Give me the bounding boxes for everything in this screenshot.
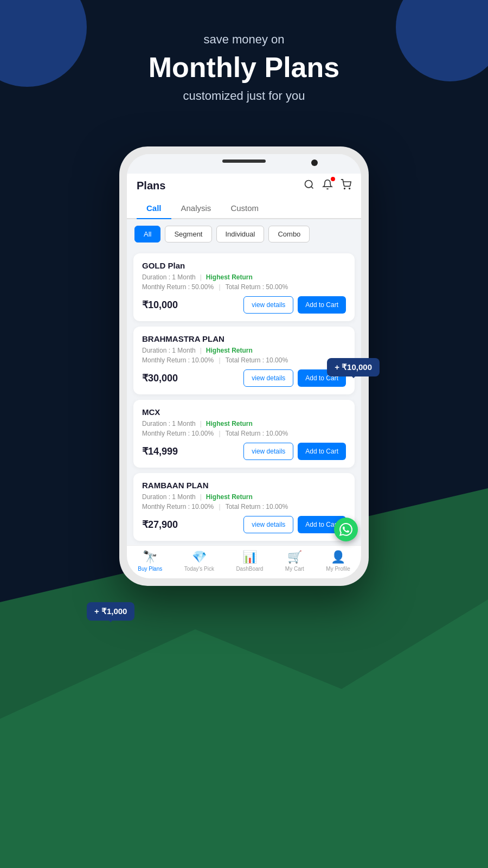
phone-mockup: + ₹10,000 + ₹1,000 Plans [119, 146, 369, 586]
nav-buy-plans[interactable]: 🔭 Buy Plans [138, 550, 162, 572]
plan-price-gold: ₹10,000 [142, 299, 178, 311]
plan-name-brahmastra: BRAHMASTRA PLAN [142, 334, 346, 343]
svg-point-0 [305, 181, 312, 188]
my-cart-icon: 🛒 [287, 550, 302, 564]
tab-custom[interactable]: Custom [221, 198, 268, 219]
plan-duration-gold: Duration : 1 Month [142, 273, 196, 281]
filter-all[interactable]: All [134, 226, 160, 242]
svg-line-1 [311, 187, 313, 189]
dashboard-label: DashBoard [236, 566, 263, 572]
buy-plans-label: Buy Plans [138, 566, 162, 572]
header-section: save money on Monthly Plans customized j… [0, 33, 488, 103]
header-description: customized just for you [0, 89, 488, 103]
tooltip-right: + ₹10,000 [327, 358, 380, 376]
plan-price-brahmastra: ₹30,000 [142, 372, 178, 384]
plan-badge-gold: Highest Return [206, 273, 253, 281]
plan-meta-mcx: Duration : 1 Month | Highest Return [142, 420, 346, 427]
plan-duration-rambaan: Duration : 1 Month [142, 493, 196, 501]
header-icons [304, 179, 351, 193]
plan-bottom-rambaan: ₹27,900 view details Add to Cart [142, 516, 346, 533]
notification-badge [331, 177, 335, 181]
header-title: Monthly Plans [0, 51, 488, 84]
dashboard-icon: 📊 [242, 550, 257, 564]
my-cart-label: My Cart [285, 566, 304, 572]
plan-meta-brahmastra: Duration : 1 Month | Highest Return [142, 347, 346, 354]
whatsapp-fab[interactable] [334, 518, 358, 541]
svg-point-3 [349, 188, 350, 189]
nav-dashboard[interactable]: 📊 DashBoard [236, 550, 263, 572]
nav-my-cart[interactable]: 🛒 My Cart [285, 550, 304, 572]
search-button[interactable] [304, 179, 314, 193]
tabs-row: Call Analysis Custom [127, 198, 361, 219]
cart-button[interactable] [341, 179, 351, 193]
phone-camera [311, 159, 318, 166]
my-profile-icon: 👤 [331, 550, 345, 564]
tooltip-left: + ₹1,000 [87, 602, 134, 621]
plan-badge-mcx: Highest Return [206, 420, 253, 427]
phone-pill [222, 159, 266, 163]
plan-meta-gold: Duration : 1 Month | Highest Return [142, 273, 346, 281]
plan-actions-mcx: view details Add to Cart [243, 443, 346, 460]
plan-name-gold: GOLD Plan [142, 261, 346, 270]
plan-card-rambaan: RAMBAAN PLAN Duration : 1 Month | Highes… [133, 473, 355, 541]
plan-price-rambaan: ₹27,900 [142, 519, 178, 531]
plan-returns-gold: Monthly Return : 50.00% | Total Return :… [142, 283, 346, 291]
plans-list: GOLD Plan Duration : 1 Month | Highest R… [127, 249, 361, 545]
notification-button[interactable] [322, 179, 333, 193]
header-subtitle: save money on [0, 33, 488, 47]
app-title: Plans [137, 180, 165, 192]
plan-card-mcx: MCX Duration : 1 Month | Highest Return … [133, 400, 355, 468]
tab-call[interactable]: Call [137, 198, 171, 219]
add-to-cart-gold[interactable]: Add to Cart [298, 296, 346, 314]
view-details-gold[interactable]: view details [243, 296, 293, 314]
plan-duration-mcx: Duration : 1 Month [142, 420, 196, 427]
plan-actions-rambaan: view details Add to Cart [243, 516, 346, 533]
plan-badge-rambaan: Highest Return [206, 493, 253, 501]
svg-point-2 [344, 188, 345, 189]
view-details-mcx[interactable]: view details [243, 443, 293, 460]
add-to-cart-mcx[interactable]: Add to Cart [298, 443, 346, 460]
filter-combo[interactable]: Combo [268, 226, 310, 242]
app-header: Plans [127, 174, 361, 198]
plan-name-mcx: MCX [142, 407, 346, 417]
plan-card-gold: GOLD Plan Duration : 1 Month | Highest R… [133, 253, 355, 321]
plan-actions-gold: view details Add to Cart [243, 296, 346, 314]
plan-price-mcx: ₹14,999 [142, 445, 178, 457]
nav-todays-pick[interactable]: 💎 Today's Pick [184, 550, 214, 572]
view-details-rambaan[interactable]: view details [243, 516, 293, 533]
plan-bottom-mcx: ₹14,999 view details Add to Cart [142, 443, 346, 460]
plan-returns-rambaan: Monthly Return : 10.00% | Total Return :… [142, 503, 346, 510]
filter-individual[interactable]: Individual [216, 226, 265, 242]
tab-analysis[interactable]: Analysis [171, 198, 221, 219]
plan-meta-rambaan: Duration : 1 Month | Highest Return [142, 493, 346, 501]
phone-screen: Plans [127, 154, 361, 578]
todays-pick-icon: 💎 [192, 550, 207, 564]
filter-row: All Segment Individual Combo [127, 219, 361, 249]
my-profile-label: My Profile [326, 566, 350, 572]
filter-segment[interactable]: Segment [165, 226, 211, 242]
todays-pick-label: Today's Pick [184, 566, 214, 572]
bottom-nav: 🔭 Buy Plans 💎 Today's Pick 📊 DashBoard 🛒… [127, 545, 361, 578]
plan-returns-brahmastra: Monthly Return : 10.00% | Total Return :… [142, 356, 346, 364]
view-details-brahmastra[interactable]: view details [243, 369, 293, 387]
plan-bottom-gold: ₹10,000 view details Add to Cart [142, 296, 346, 314]
plan-duration-brahmastra: Duration : 1 Month [142, 347, 196, 354]
plan-bottom-brahmastra: ₹30,000 view details Add to Cart [142, 369, 346, 387]
nav-my-profile[interactable]: 👤 My Profile [326, 550, 350, 572]
plan-card-brahmastra: BRAHMASTRA PLAN Duration : 1 Month | Hig… [133, 327, 355, 394]
plan-name-rambaan: RAMBAAN PLAN [142, 481, 346, 490]
plan-badge-brahmastra: Highest Return [206, 347, 253, 354]
buy-plans-icon: 🔭 [143, 550, 157, 564]
plan-returns-mcx: Monthly Return : 10.00% | Total Return :… [142, 430, 346, 437]
phone-notch [127, 154, 361, 174]
